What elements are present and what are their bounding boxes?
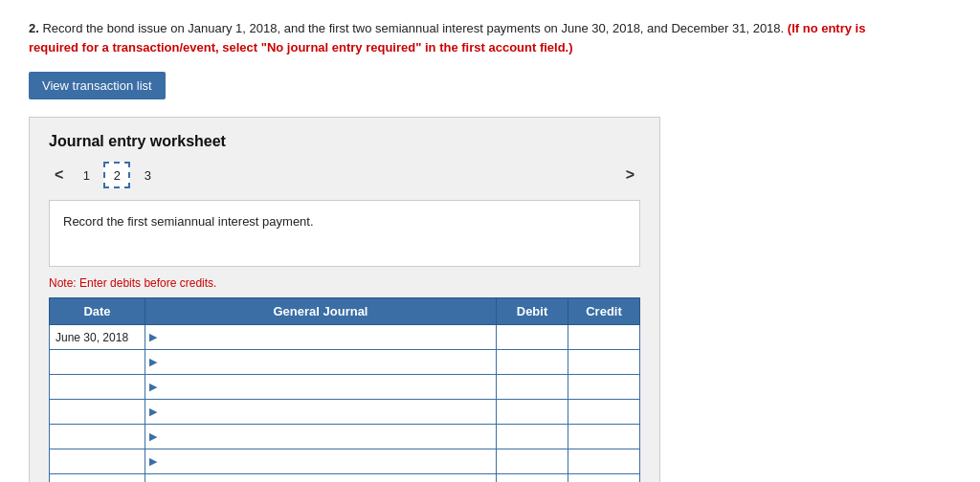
tab-3[interactable]: 3 bbox=[134, 162, 161, 188]
worksheet-title: Journal entry worksheet bbox=[49, 133, 640, 150]
gj-cell-6[interactable]: ▶ bbox=[145, 474, 497, 483]
header-debit: Debit bbox=[497, 298, 568, 325]
tab-1[interactable]: 1 bbox=[73, 162, 100, 188]
tab-navigation: < 1 2 3 > bbox=[49, 162, 640, 188]
debit-cell-2[interactable] bbox=[497, 375, 568, 400]
gj-arrow-5: ▶ bbox=[149, 455, 157, 468]
table-row: ▶ bbox=[50, 400, 640, 425]
credit-cell-5[interactable] bbox=[568, 449, 640, 474]
debit-cell-5[interactable] bbox=[497, 449, 568, 474]
gj-cell-5[interactable]: ▶ bbox=[145, 449, 497, 474]
gj-cell-1[interactable]: ▶ bbox=[145, 350, 497, 375]
gj-cell-4[interactable]: ▶ bbox=[145, 425, 497, 449]
table-header-row: Date General Journal Debit Credit bbox=[50, 298, 640, 325]
debit-cell-4[interactable] bbox=[497, 425, 568, 449]
debit-cell-0[interactable] bbox=[497, 325, 568, 350]
header-general-journal: General Journal bbox=[145, 298, 497, 325]
gj-arrow-4: ▶ bbox=[149, 430, 157, 443]
credit-cell-1[interactable] bbox=[568, 350, 640, 375]
credit-cell-6[interactable] bbox=[568, 474, 640, 483]
view-transaction-button[interactable]: View transaction list bbox=[29, 72, 166, 99]
debit-cell-1[interactable] bbox=[497, 350, 568, 375]
instruction-paragraph: 2. Record the bond issue on January 1, 2… bbox=[29, 19, 890, 56]
gj-arrow-2: ▶ bbox=[149, 381, 157, 393]
tab-2[interactable]: 2 bbox=[103, 162, 130, 188]
credit-cell-2[interactable] bbox=[568, 375, 640, 400]
header-date: Date bbox=[50, 298, 145, 325]
date-cell-5[interactable] bbox=[50, 449, 145, 474]
gj-arrow-0: ▶ bbox=[149, 331, 157, 343]
date-cell-3[interactable] bbox=[50, 400, 145, 425]
description-text: Record the first semiannual interest pay… bbox=[63, 214, 314, 229]
credit-cell-0[interactable] bbox=[568, 325, 640, 350]
journal-table: Date General Journal Debit Credit June 3… bbox=[49, 297, 640, 482]
debit-cell-6[interactable] bbox=[497, 474, 568, 483]
instruction-number: 2. bbox=[29, 21, 39, 35]
instruction-main: Record the bond issue on January 1, 2018… bbox=[42, 21, 784, 35]
gj-cell-0[interactable]: ▶ bbox=[145, 325, 497, 350]
table-row: ▶ bbox=[50, 375, 640, 400]
table-row: June 30, 2018▶ bbox=[50, 325, 640, 350]
table-row: ▶ bbox=[50, 425, 640, 449]
date-cell-2[interactable] bbox=[50, 375, 145, 400]
gj-arrow-3: ▶ bbox=[149, 405, 157, 418]
date-cell-6[interactable] bbox=[50, 474, 145, 483]
table-row: ▶ bbox=[50, 350, 640, 375]
table-row: ▶ bbox=[50, 474, 640, 483]
gj-arrow-1: ▶ bbox=[149, 356, 157, 368]
credit-cell-3[interactable] bbox=[568, 400, 640, 425]
gj-cell-3[interactable]: ▶ bbox=[145, 400, 497, 425]
date-cell-0[interactable]: June 30, 2018 bbox=[50, 325, 145, 350]
header-credit: Credit bbox=[568, 298, 640, 325]
table-row: ▶ bbox=[50, 449, 640, 474]
worksheet-container: Journal entry worksheet < 1 2 3 > Record… bbox=[29, 117, 660, 482]
date-cell-1[interactable] bbox=[50, 350, 145, 375]
nav-right-arrow[interactable]: > bbox=[620, 164, 640, 186]
description-box: Record the first semiannual interest pay… bbox=[49, 200, 640, 267]
date-cell-4[interactable] bbox=[50, 425, 145, 449]
credit-cell-4[interactable] bbox=[568, 425, 640, 449]
nav-left-arrow[interactable]: < bbox=[49, 164, 69, 186]
note-text: Note: Enter debits before credits. bbox=[49, 276, 640, 290]
debit-cell-3[interactable] bbox=[497, 400, 568, 425]
gj-cell-2[interactable]: ▶ bbox=[145, 375, 497, 400]
